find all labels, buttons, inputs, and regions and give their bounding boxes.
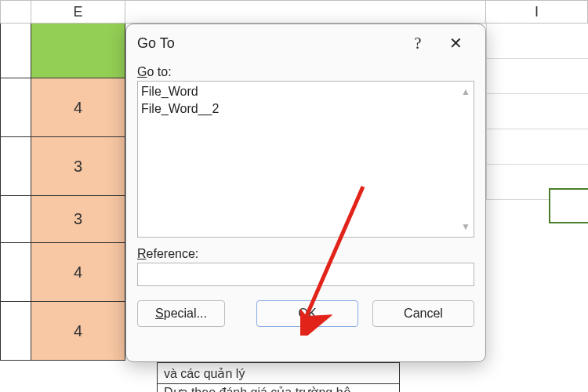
goto-listbox[interactable]: File_Word File_Word__2 ▲ ▼ bbox=[137, 81, 474, 238]
grid-cell[interactable] bbox=[486, 94, 588, 129]
data-cell-e[interactable]: 4 bbox=[31, 243, 125, 302]
left-grid: 4 3 3 4 4 bbox=[0, 24, 125, 361]
button-row: Special... OK Cancel bbox=[137, 300, 474, 327]
col-header-blank2[interactable] bbox=[125, 0, 486, 24]
row-cell[interactable] bbox=[0, 196, 31, 243]
goto-label: Go to: bbox=[137, 65, 474, 79]
header-cell-e[interactable] bbox=[31, 24, 125, 78]
dialog-titlebar: Go To ? ✕ bbox=[126, 24, 485, 62]
dialog-title: Go To bbox=[137, 35, 175, 52]
goto-dialog: Go To ? ✕ Go to: File_Word File_Word__2 … bbox=[125, 24, 486, 362]
list-item[interactable]: File_Word bbox=[141, 83, 470, 100]
col-header-e[interactable]: E bbox=[31, 0, 125, 24]
col-header-blank[interactable] bbox=[0, 0, 31, 24]
scroll-down-icon[interactable]: ▼ bbox=[461, 221, 470, 232]
data-cell-e[interactable]: 4 bbox=[31, 302, 125, 361]
data-cell-e[interactable]: 3 bbox=[31, 196, 125, 243]
reference-input[interactable] bbox=[137, 263, 474, 286]
row-cell[interactable] bbox=[0, 137, 31, 196]
grid-cell[interactable] bbox=[486, 129, 588, 165]
close-button[interactable]: ✕ bbox=[437, 27, 474, 59]
data-cell-e[interactable]: 4 bbox=[31, 78, 125, 137]
data-cell-e[interactable]: 3 bbox=[31, 137, 125, 196]
selected-cell[interactable] bbox=[549, 188, 588, 223]
row-cell[interactable] bbox=[0, 302, 31, 361]
list-item[interactable]: File_Word__2 bbox=[141, 100, 470, 118]
text-cell[interactable]: và các quản lý bbox=[157, 362, 400, 384]
row-cell[interactable] bbox=[0, 243, 31, 302]
special-button[interactable]: Special... bbox=[137, 300, 225, 327]
grid-cell[interactable] bbox=[486, 59, 588, 94]
scroll-up-icon[interactable]: ▲ bbox=[461, 86, 470, 97]
col-header-i[interactable]: I bbox=[486, 0, 588, 24]
ok-button[interactable]: OK bbox=[256, 300, 358, 327]
help-button[interactable]: ? bbox=[399, 27, 437, 59]
column-headers: E I bbox=[0, 0, 588, 24]
text-cell[interactable]: Dựa theo đánh giá của trường bộ bbox=[157, 384, 400, 392]
reference-label: Reference: bbox=[137, 247, 474, 261]
row-cell[interactable] bbox=[0, 24, 31, 78]
dialog-body: Go to: File_Word File_Word__2 ▲ ▼ Refere… bbox=[126, 62, 485, 338]
cancel-button[interactable]: Cancel bbox=[372, 300, 474, 327]
grid-cell[interactable] bbox=[486, 24, 588, 59]
close-icon: ✕ bbox=[449, 34, 463, 53]
row-cell[interactable] bbox=[0, 78, 31, 137]
